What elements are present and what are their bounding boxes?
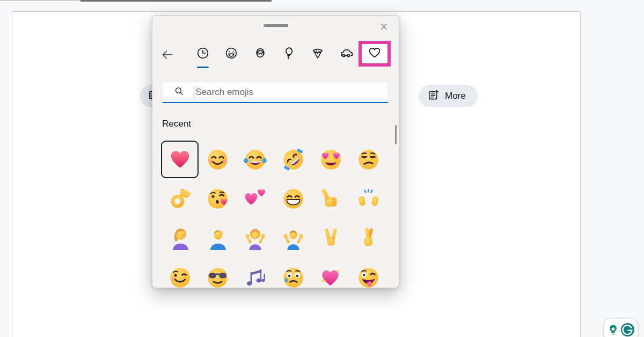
smiley-icon [224, 46, 238, 62]
emoji-woman-facepalming[interactable] [161, 219, 199, 257]
grammarly-suggestions-icon[interactable] [607, 324, 619, 336]
close-button[interactable] [377, 21, 390, 34]
person-icon [253, 46, 267, 62]
emoji-smiling-face-with-heart-eyes[interactable] [312, 141, 349, 178]
emoji-man-shrugging[interactable] [274, 219, 312, 257]
emoji-face-with-tears-of-joy[interactable] [237, 141, 274, 178]
emoji-picker-panel: Recent [152, 15, 399, 288]
emoji-sparkling-heart[interactable] [312, 259, 349, 288]
more-button-label: More [445, 91, 466, 101]
tab-symbols[interactable] [358, 41, 391, 67]
emoji-winking-face-with-tongue[interactable] [349, 259, 387, 288]
window-edge-dark [80, 0, 272, 2]
drag-handle[interactable] [264, 24, 288, 27]
grammarly-widget [604, 319, 638, 337]
tab-celebrations[interactable] [279, 45, 298, 64]
emoji-smiling-face-with-smiling-eyes[interactable] [199, 141, 236, 178]
grammarly-logo-icon[interactable] [620, 322, 635, 337]
note-add-icon [427, 89, 440, 104]
search-box [162, 82, 389, 103]
emoji-crying-face[interactable] [274, 259, 312, 288]
emoji-winking-face[interactable] [161, 259, 199, 288]
active-tab-underline [197, 67, 209, 68]
tab-vehicles[interactable] [336, 45, 356, 64]
emoji-face-blowing-a-kiss[interactable] [199, 180, 236, 218]
car-icon [339, 46, 353, 62]
back-arrow-icon [160, 54, 174, 63]
tab-smileys[interactable] [222, 45, 241, 64]
tab-recent[interactable] [193, 45, 213, 64]
emoji-beaming-face-with-smiling-eyes[interactable] [274, 180, 312, 218]
emoji-crossed-fingers[interactable] [349, 219, 387, 257]
emoji-rolling-on-the-floor-laughing[interactable] [274, 141, 312, 178]
more-button[interactable]: More [419, 85, 478, 107]
emoji-musical-notes[interactable] [237, 259, 274, 288]
back-button[interactable] [160, 48, 174, 62]
section-title: Recent [162, 119, 191, 129]
emoji-raising-hands[interactable] [349, 180, 387, 218]
search-icon [173, 85, 185, 99]
emoji-woman-shrugging[interactable] [237, 219, 274, 257]
tab-people[interactable] [251, 45, 270, 64]
search-input[interactable] [194, 87, 388, 98]
emoji-grid [161, 141, 387, 288]
emoji-red-heart[interactable] [161, 141, 199, 178]
window-edge-light [0, 0, 80, 1]
emoji-ok-hand[interactable] [161, 180, 199, 218]
clock-icon [196, 46, 210, 62]
emoji-thumbs-up[interactable] [312, 180, 349, 218]
tab-food[interactable] [308, 45, 327, 64]
emoji-victory-hand[interactable] [312, 219, 349, 257]
emoji-unamused-face[interactable] [349, 141, 387, 178]
emoji-smiling-face-with-sunglasses[interactable] [199, 259, 236, 288]
pizza-icon [311, 46, 325, 62]
scrollbar-thumb[interactable] [395, 125, 397, 144]
emoji-two-hearts[interactable] [237, 180, 274, 218]
heart-outline-icon [368, 46, 382, 62]
balloon-icon [282, 46, 296, 62]
close-icon [379, 21, 389, 34]
emoji-man-facepalming[interactable] [199, 219, 236, 257]
